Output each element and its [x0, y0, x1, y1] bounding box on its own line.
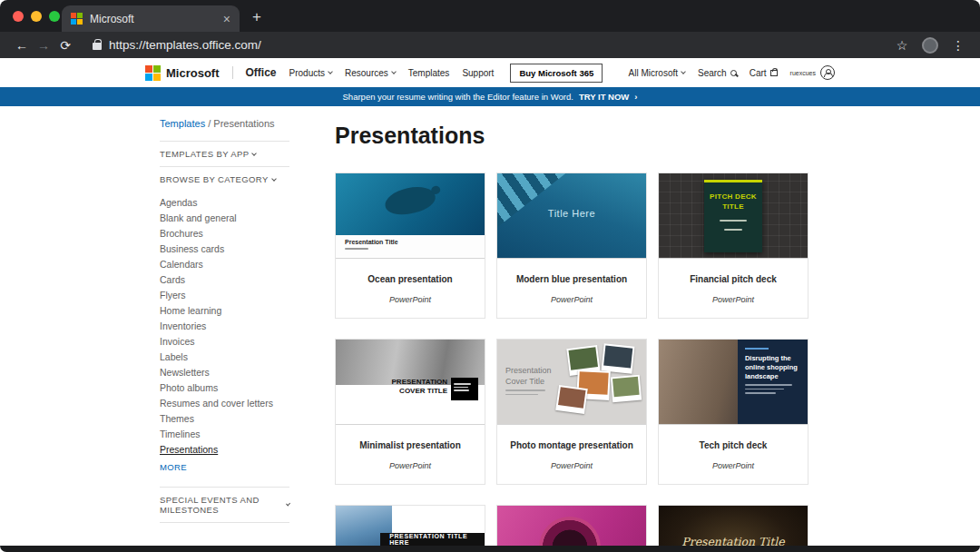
all-microsoft-menu[interactable]: All Microsoft	[629, 68, 685, 78]
nav-support[interactable]: Support	[462, 68, 494, 78]
sidebar-item-business-cards[interactable]: Business cards	[160, 242, 289, 257]
card-meta: Photo montage presentation PowerPoint	[497, 425, 646, 484]
sidebar-item-labels[interactable]: Labels	[160, 350, 289, 365]
slide-body-placeholder	[745, 384, 792, 386]
template-card-ocean[interactable]: Presentation Title Ocean presentation Po…	[335, 172, 485, 319]
brand-label: Microsoft	[166, 66, 220, 80]
browser-profile-avatar[interactable]	[922, 37, 938, 54]
sidebar-item-brochures[interactable]: Brochures	[160, 226, 289, 242]
template-card-financial[interactable]: PITCH DECK TITLE Financial pitch deck Po…	[658, 172, 808, 319]
sidebar-item-cards[interactable]: Cards	[160, 272, 289, 288]
caption-box-graphic	[451, 378, 478, 400]
chevron-down-icon	[286, 501, 290, 506]
sidebar-item-invoices[interactable]: Invoices	[160, 334, 289, 350]
template-app: PowerPoint	[664, 295, 802, 304]
nav-templates[interactable]: Templates	[408, 68, 450, 78]
browser-tab[interactable]: Microsoft ×	[62, 5, 240, 32]
sign-in-button[interactable]: ruexcues	[790, 65, 835, 80]
template-thumbnail: Presentation Cover Title	[497, 340, 646, 425]
template-app: PowerPoint	[341, 461, 479, 470]
sidebar-item-calendars[interactable]: Calendars	[160, 257, 289, 272]
template-thumbnail: Presentation Title	[336, 173, 485, 259]
template-title: Ocean presentation	[341, 274, 479, 284]
sea-turtle-graphic	[383, 182, 438, 218]
microsoft-logo-icon	[145, 65, 161, 81]
template-app: PowerPoint	[503, 461, 641, 470]
slide-subtitle-placeholder	[505, 389, 545, 391]
polaroid-photo	[611, 375, 642, 403]
promo-banner[interactable]: Sharpen your resume writing with the Edi…	[0, 87, 980, 106]
browser-menu-icon[interactable]: ⋮	[947, 38, 969, 53]
forward-icon[interactable]: →	[33, 38, 54, 53]
window-bottom-edge	[0, 546, 980, 552]
close-tab-icon[interactable]: ×	[223, 12, 230, 26]
close-window-button[interactable]	[13, 11, 24, 22]
sidebar-item-home-learning[interactable]: Home learning	[160, 303, 289, 319]
template-title: Photo montage presentation	[503, 440, 641, 450]
breadcrumb-separator: /	[208, 118, 211, 129]
template-thumbnail: Title Here	[497, 173, 646, 259]
slide-title: PITCH DECK TITLE	[704, 192, 762, 212]
nav-resources[interactable]: Resources	[345, 68, 396, 78]
sidebar-item-presentations[interactable]: Presentations	[160, 442, 289, 458]
template-card-modern-blue[interactable]: Title Here Modern blue presentation Powe…	[496, 172, 647, 319]
breadcrumb-current: Presentations	[213, 118, 274, 129]
sidebar-section-browse-by-category[interactable]: BROWSE BY CATEGORY	[160, 166, 289, 192]
sidebar-item-blank-and-general[interactable]: Blank and general	[160, 211, 289, 226]
category-list: Agendas Blank and general Brochures Busi…	[160, 192, 289, 487]
sign-in-label: ruexcues	[790, 70, 816, 76]
maximize-window-button[interactable]	[49, 11, 60, 22]
promo-message: Sharpen your resume writing with the Edi…	[343, 92, 573, 102]
nav-products[interactable]: Products	[289, 68, 332, 78]
card-meta: Modern blue presentation PowerPoint	[497, 259, 646, 318]
template-card-minimalist[interactable]: PRESENTATION COVER TITLE Minimalist pres…	[335, 339, 485, 485]
browser-toolbar: ← → ⟳ https://templates.office.com/ ☆ ⋮	[0, 32, 980, 58]
template-card-tech[interactable]: Disrupting the online shopping landscape…	[658, 339, 808, 485]
sidebar-more-link[interactable]: MORE	[160, 458, 289, 481]
template-card-photo-montage[interactable]: Presentation Cover Title Photo montage p…	[496, 339, 647, 485]
pitch-deck-cover-graphic: PITCH DECK TITLE	[704, 180, 762, 252]
page-title: Presentations	[335, 123, 810, 149]
cart-button[interactable]: Cart	[750, 68, 778, 78]
polaroid-photo	[555, 385, 588, 414]
lock-icon	[93, 43, 102, 50]
reload-icon[interactable]: ⟳	[54, 38, 76, 53]
new-tab-button[interactable]: +	[252, 8, 261, 26]
sidebar-item-newsletters[interactable]: Newsletters	[160, 365, 289, 380]
template-title: Minimalist presentation	[341, 440, 479, 450]
back-icon[interactable]: ←	[11, 38, 33, 53]
category-sidebar: TEMPLATES BY APP BROWSE BY CATEGORY Agen…	[160, 141, 289, 523]
buy-microsoft-365-button[interactable]: Buy Microsoft 365	[510, 64, 603, 83]
template-title: Financial pitch deck	[664, 274, 802, 284]
template-app: PowerPoint	[503, 295, 641, 304]
office-label[interactable]: Office	[246, 66, 277, 79]
sidebar-item-themes[interactable]: Themes	[160, 411, 289, 427]
sidebar-section-templates-by-app[interactable]: TEMPLATES BY APP	[160, 141, 289, 166]
sidebar-item-resumes-and-cover-letters[interactable]: Resumes and cover letters	[160, 396, 289, 411]
minimize-window-button[interactable]	[31, 11, 42, 22]
search-button[interactable]: Search	[698, 68, 737, 78]
card-meta: Financial pitch deck PowerPoint	[659, 259, 808, 318]
sidebar-item-agendas[interactable]: Agendas	[160, 195, 289, 211]
sidebar-item-photo-albums[interactable]: Photo albums	[160, 380, 289, 396]
template-thumbnail: PRESENTATION COVER TITLE	[336, 340, 485, 425]
slide-title: PRESENTATION COVER TITLE	[371, 378, 447, 397]
text-panel-graphic: Disrupting the online shopping landscape	[738, 340, 808, 424]
template-app: PowerPoint	[664, 461, 802, 470]
sidebar-item-flyers[interactable]: Flyers	[160, 288, 289, 303]
card-meta: Tech pitch deck PowerPoint	[659, 425, 808, 484]
polaroid-photo	[602, 343, 635, 373]
slide-title: Title Here	[497, 208, 646, 219]
microsoft-logo[interactable]: Microsoft	[145, 65, 220, 81]
sidebar-item-inventories[interactable]: Inventories	[160, 319, 289, 334]
card-meta: Ocean presentation PowerPoint	[336, 259, 485, 318]
slide-subtitle-placeholder	[345, 248, 368, 250]
promo-cta[interactable]: TRY IT NOW	[579, 92, 629, 102]
breadcrumb-templates-link[interactable]: Templates	[160, 118, 205, 129]
sidebar-section-special-events[interactable]: SPECIAL EVENTS AND MILESTONES	[160, 487, 289, 523]
slide-tagline-placeholder	[720, 220, 747, 222]
address-bar[interactable]: https://templates.office.com/	[109, 38, 891, 52]
bookmark-star-icon[interactable]: ☆	[891, 38, 913, 53]
sidebar-item-timelines[interactable]: Timelines	[160, 427, 289, 442]
template-title: Tech pitch deck	[664, 440, 802, 450]
